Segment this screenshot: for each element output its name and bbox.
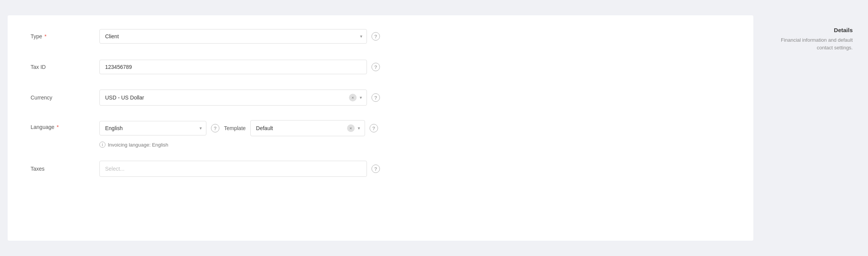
currency-value: USD - US Dollar bbox=[105, 95, 349, 101]
type-select[interactable]: Client Vendor Partner bbox=[99, 29, 367, 44]
type-required-marker: * bbox=[43, 33, 46, 39]
template-label: Template bbox=[224, 125, 246, 131]
template-value: Default bbox=[256, 125, 347, 131]
tax-id-controls: ? bbox=[99, 60, 730, 74]
template-help-icon[interactable]: ? bbox=[370, 124, 378, 132]
currency-label: Currency bbox=[31, 95, 99, 101]
currency-row: Currency USD - US Dollar × ▾ ? bbox=[31, 88, 730, 107]
taxes-placeholder: Select... bbox=[105, 166, 125, 172]
currency-select-area[interactable]: USD - US Dollar × ▾ bbox=[99, 90, 367, 106]
type-controls: Client Vendor Partner ▾ ? bbox=[99, 29, 730, 44]
language-select-wrapper: English French Spanish German ▾ bbox=[99, 121, 206, 135]
invoicing-info-icon: i bbox=[99, 142, 105, 148]
language-row: Language * English French Spanish German… bbox=[31, 119, 730, 148]
language-select[interactable]: English French Spanish German bbox=[99, 121, 206, 135]
language-label: Language * bbox=[31, 120, 99, 130]
tax-id-label-text: Tax ID bbox=[31, 64, 46, 70]
taxes-row: Taxes Select... ? bbox=[31, 159, 730, 178]
currency-clear-icon[interactable]: × bbox=[349, 94, 357, 101]
taxes-label-text: Taxes bbox=[31, 166, 45, 172]
type-label: Type * bbox=[31, 33, 99, 39]
type-row: Type * Client Vendor Partner ▾ ? bbox=[31, 27, 730, 46]
language-required-marker: * bbox=[55, 124, 58, 130]
invoicing-hint: i Invoicing language: English bbox=[99, 142, 168, 148]
type-select-wrapper: Client Vendor Partner ▾ bbox=[99, 29, 367, 44]
details-title: Details bbox=[769, 27, 853, 33]
taxes-controls: Select... ? bbox=[99, 161, 730, 177]
template-select-area[interactable]: Default × ▾ bbox=[250, 120, 365, 136]
template-dropdown-arrow-icon[interactable]: ▾ bbox=[356, 124, 362, 132]
currency-label-text: Currency bbox=[31, 95, 52, 101]
language-controls: English French Spanish German ▾ ? Templa… bbox=[99, 120, 730, 148]
currency-controls: USD - US Dollar × ▾ ? bbox=[99, 90, 730, 106]
tax-id-label: Tax ID bbox=[31, 64, 99, 70]
tax-id-row: Tax ID ? bbox=[31, 57, 730, 77]
invoicing-hint-text: Invoicing language: English bbox=[108, 142, 168, 148]
currency-dropdown-arrow-icon[interactable]: ▾ bbox=[358, 93, 363, 102]
type-help-icon[interactable]: ? bbox=[372, 32, 380, 41]
template-clear-icon[interactable]: × bbox=[347, 124, 355, 132]
details-sidebar: Details Financial information and defaul… bbox=[761, 15, 868, 241]
details-description: Financial information and default contac… bbox=[769, 36, 853, 51]
taxes-help-icon[interactable]: ? bbox=[372, 165, 380, 173]
tax-id-input[interactable] bbox=[99, 60, 367, 74]
tax-id-help-icon[interactable]: ? bbox=[372, 63, 380, 71]
taxes-select-area[interactable]: Select... bbox=[99, 161, 367, 177]
language-help-icon[interactable]: ? bbox=[211, 124, 219, 132]
language-label-text: Language bbox=[31, 124, 54, 130]
language-template-row: English French Spanish German ▾ ? Templa… bbox=[99, 120, 378, 136]
type-label-text: Type bbox=[31, 33, 42, 39]
taxes-label: Taxes bbox=[31, 166, 99, 172]
currency-help-icon[interactable]: ? bbox=[372, 93, 380, 102]
